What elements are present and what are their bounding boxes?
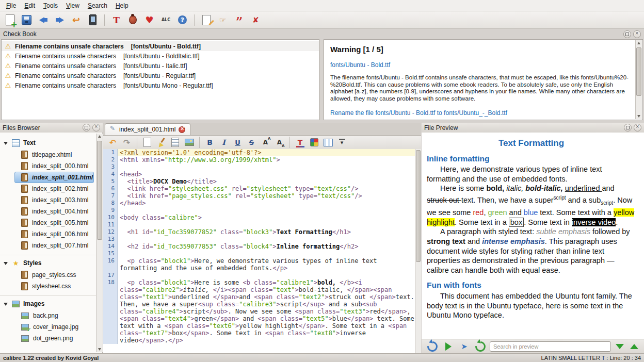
scroll-down-arrow[interactable]: [96, 346, 103, 352]
tab-close-button[interactable]: [179, 126, 185, 133]
section-header-images[interactable]: Images: [0, 298, 102, 310]
close-panel-button[interactable]: [92, 124, 100, 131]
scrollbar-thumb[interactable]: [416, 150, 421, 262]
files-scrollbar[interactable]: [96, 134, 103, 352]
file-item[interactable]: cover_image.jpg: [14, 321, 94, 333]
remove-unused-css-button[interactable]: ✘: [248, 13, 263, 27]
scroll-up-arrow[interactable]: [96, 134, 103, 140]
check-book-item[interactable]: ⚠Filename contains unsafe characters[fon…: [2, 80, 319, 90]
expander-icon[interactable]: [4, 141, 8, 145]
float-panel-button[interactable]: [624, 124, 632, 131]
file-item[interactable]: index_split_002.html: [14, 183, 94, 194]
find-previous-button[interactable]: [629, 341, 640, 352]
revert-button[interactable]: ↩: [69, 13, 84, 27]
sync-position-button[interactable]: ➤: [458, 341, 471, 352]
code-editor[interactable]: 1<?xml version='1.0' encoding='utf-8'?>2…: [103, 149, 415, 353]
code-line[interactable]: 16 <p class="block1">Here, we demonstrat…: [103, 257, 415, 272]
auto-reload-button[interactable]: [426, 341, 439, 352]
file-item[interactable]: index_split_004.html: [14, 206, 94, 217]
code-line[interactable]: 8</head>: [103, 200, 415, 207]
warning-file-link[interactable]: fonts/Ubuntu - Bold.ttf: [330, 61, 390, 69]
code-line[interactable]: 10<body class="calibre">: [103, 214, 415, 221]
file-item[interactable]: back.png: [14, 310, 94, 321]
undo-button[interactable]: [36, 13, 51, 27]
check-book-button[interactable]: [125, 13, 140, 27]
scrollbar-thumb[interactable]: [636, 47, 641, 96]
scroll-down-arrow[interactable]: [636, 113, 642, 119]
file-item[interactable]: index_split_003.html: [14, 194, 94, 206]
editor-more-button[interactable]: ▾: [335, 137, 348, 148]
file-item[interactable]: dot_green.png: [14, 333, 94, 344]
section-header-text[interactable]: Text: [0, 137, 102, 149]
code-line[interactable]: 2<html xmlns="http://www.w3.org/1999/xht…: [103, 156, 415, 163]
editor-scrollbar[interactable]: [415, 149, 421, 353]
code-line[interactable]: 7 <link href="page_styles.css" rel="styl…: [103, 192, 415, 200]
color-button[interactable]: [308, 137, 320, 148]
insert-image-button[interactable]: [183, 137, 196, 148]
float-panel-button[interactable]: [83, 124, 90, 131]
file-item[interactable]: index_split_001.html: [14, 172, 94, 183]
check-book-item[interactable]: ⚠Filename contains unsafe characters[fon…: [2, 61, 319, 71]
file-item[interactable]: index_split_000.html: [14, 160, 94, 172]
menu-view[interactable]: View: [62, 1, 84, 10]
code-line[interactable]: 9: [103, 207, 415, 214]
italic-button[interactable]: I: [217, 137, 230, 148]
menu-search[interactable]: Search: [84, 1, 111, 10]
code-line[interactable]: 6 <link href="stylesheet.css" rel="style…: [103, 185, 415, 192]
find-next-button[interactable]: [614, 341, 625, 352]
menu-help[interactable]: Help: [111, 1, 133, 10]
strikethrough-button[interactable]: S: [245, 137, 258, 148]
new-file-button[interactable]: [3, 13, 18, 27]
expander-icon[interactable]: [4, 302, 8, 306]
check-book-item[interactable]: ⚠Filename contains unsafe characters[fon…: [2, 71, 319, 80]
code-line[interactable]: 1<?xml version='1.0' encoding='utf-8'?>: [103, 149, 415, 156]
manage-fonts-button[interactable]: T: [109, 13, 124, 27]
spell-check-button[interactable]: ALC: [158, 13, 173, 27]
edit-toc-button[interactable]: [199, 13, 214, 27]
scroll-up-arrow[interactable]: [636, 40, 642, 46]
file-item[interactable]: titlepage.xhtml: [14, 149, 94, 160]
code-line[interactable]: 4<head>: [103, 171, 415, 178]
code-line[interactable]: 11: [103, 221, 415, 228]
check-book-item[interactable]: ⚠Filename contains unsafe characters[fon…: [2, 41, 319, 51]
editor-undo-button[interactable]: ↶: [106, 137, 119, 148]
section-header-styles[interactable]: ★Styles: [0, 257, 102, 269]
code-line[interactable]: 18 <p class="block1">Here is some <b cla…: [103, 279, 415, 344]
menu-edit[interactable]: Edit: [20, 1, 39, 10]
scrollbar-thumb[interactable]: [97, 141, 102, 240]
file-item[interactable]: page_styles.css: [14, 269, 94, 281]
bold-button[interactable]: B: [203, 137, 216, 148]
run-preview-button[interactable]: [442, 341, 455, 352]
superscript-button[interactable]: A: [259, 137, 272, 148]
code-line[interactable]: 14 <h2 id="id_Toc359077853" class="block…: [103, 243, 415, 250]
device-preview-button[interactable]: [85, 13, 100, 27]
close-panel-button[interactable]: [633, 30, 641, 38]
file-item[interactable]: index_split_006.html: [14, 228, 94, 240]
warning-rename-link[interactable]: Rename the file fonts/Ubuntu - Bold.ttf …: [330, 109, 507, 117]
menu-file[interactable]: File: [2, 1, 20, 10]
float-panel-button[interactable]: [623, 30, 631, 38]
menu-tools[interactable]: Tools: [39, 1, 62, 10]
editor-tab[interactable]: index_split_001.html: [105, 123, 190, 135]
code-line[interactable]: 12 <h1 id="id_Toc359077852" class="block…: [103, 228, 415, 236]
code-line[interactable]: 17: [103, 272, 415, 279]
file-item[interactable]: index_split_005.html: [14, 217, 94, 228]
file-item[interactable]: index_split_007.html: [14, 240, 94, 251]
help-button[interactable]: ?: [175, 13, 190, 27]
fix-html-button[interactable]: [155, 137, 168, 148]
code-line[interactable]: 3: [103, 163, 415, 171]
save-book-button[interactable]: [19, 13, 34, 27]
code-line[interactable]: 13: [103, 236, 415, 243]
editor-redo-button[interactable]: ↷: [120, 137, 133, 148]
expander-icon[interactable]: [4, 261, 8, 266]
smarten-punctuation-button[interactable]: ”: [232, 13, 247, 27]
code-line[interactable]: 5 <title>DOCX Demo</title>: [103, 178, 415, 185]
insert-special-button[interactable]: ☞: [215, 13, 230, 27]
insert-font-button[interactable]: T: [294, 137, 307, 148]
donate-button[interactable]: ♥: [142, 13, 157, 27]
redo-button[interactable]: [52, 13, 67, 27]
insert-table-button[interactable]: [321, 137, 334, 148]
code-line[interactable]: 15: [103, 250, 415, 257]
subscript-button[interactable]: A: [273, 137, 286, 148]
open-file-button[interactable]: [141, 137, 154, 148]
